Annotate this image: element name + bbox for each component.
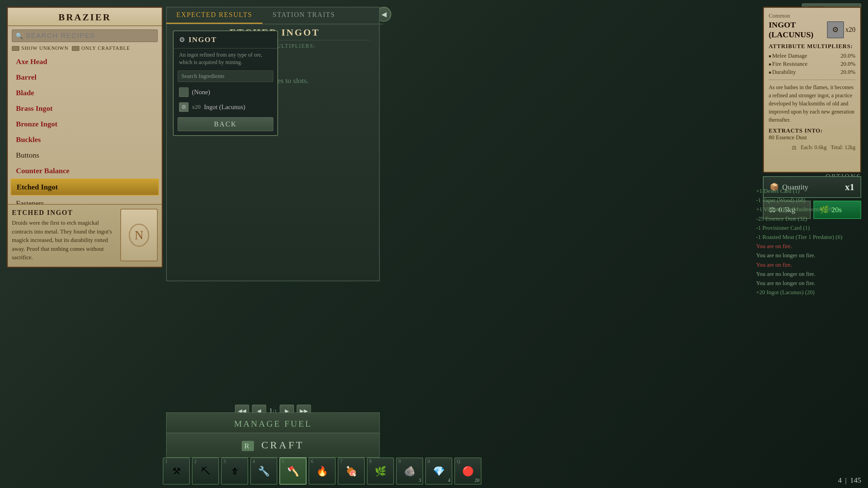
attr-value: 20.0%: [841, 53, 855, 59]
chat-log: +1 Desert Card (1)-1 Paper (Wood) (68)+1…: [756, 186, 861, 297]
attr-name: Fire Resistance: [769, 61, 808, 67]
hotbar-slot[interactable]: 4🔧: [250, 458, 277, 485]
toggle-row: SHOW UNKNOWN ONLY CRAFTABLE: [8, 45, 162, 54]
item-icon-count: ⚙ x20: [827, 21, 855, 38]
slot-count: 4: [448, 478, 450, 483]
hotbar: 1⚒2⛏3🗡4🔧5🪓6🔥7🍖8🌿9🪨30💎4Q🔴20: [163, 458, 481, 485]
hotbar-slot[interactable]: 6🔥: [309, 458, 336, 485]
none-icon: [179, 87, 189, 97]
slot-number: 2: [194, 459, 197, 464]
chat-line: +20 Ingot (Lacunus) (20): [756, 288, 861, 297]
craft-label: CRAFT: [261, 439, 304, 450]
recipe-item[interactable]: Axe Head: [11, 54, 159, 69]
slot-number: 3: [223, 459, 226, 464]
popup-title: INGOT: [189, 35, 217, 44]
recipe-item[interactable]: Counter Balance: [11, 163, 159, 179]
recipe-item[interactable]: Bronze Ingot: [11, 116, 159, 132]
hotbar-slot[interactable]: 3🗡: [221, 458, 248, 485]
desc-card: N: [120, 209, 158, 261]
manage-fuel-button[interactable]: MANAGE FUEL: [166, 412, 380, 435]
ingredient-popup: ⚙ INGOT An ingot refined from any type o…: [173, 30, 278, 136]
slot-number: 5: [282, 459, 284, 464]
ingot-icon: ⚙: [179, 36, 185, 44]
search-bar[interactable]: 🔍: [12, 29, 158, 42]
option-none[interactable]: (None): [174, 85, 277, 100]
option-none-label: (None): [192, 88, 210, 96]
chat-line: -1 Provisioner Card (1): [756, 223, 861, 232]
slot-count: 3: [419, 478, 421, 483]
slot-number: 4: [253, 459, 255, 464]
chat-line: You are no longer on fire.: [756, 279, 861, 288]
card-symbol: N: [129, 224, 149, 247]
hotbar-slot[interactable]: 7🍖: [338, 458, 365, 485]
attr-name: Melee Damage: [769, 53, 807, 59]
craft-key: R: [242, 441, 254, 451]
weight-each: Each: 0.6kg: [801, 144, 826, 151]
chat-line: +1 Vibrant Ink (Mushrooms) (20): [756, 205, 861, 214]
attr-row: Melee Damage20.0%: [769, 52, 855, 60]
show-unknown-checkbox[interactable]: [12, 46, 19, 51]
ingot-lacunus-icon: ⚙: [179, 102, 189, 112]
attribute-rows: Melee Damage20.0%Fire Resistance20.0%Dur…: [769, 52, 855, 76]
chat-line: -1 Paper (Wood) (68): [756, 196, 861, 205]
left-panel: BRAZIER 🔍 SHOW UNKNOWN ONLY CRAFTABLE Ax…: [7, 7, 163, 268]
popup-header: ⚙ INGOT: [174, 31, 277, 48]
search-icon: 🔍: [16, 32, 23, 40]
hotbar-slot[interactable]: 0💎4: [425, 458, 452, 485]
popup-description: An ingot refined from any type of ore, w…: [174, 48, 277, 70]
desc-text-area: ETCHED INGOT Druids were the first to et…: [12, 209, 116, 263]
slot-number: 8: [369, 459, 372, 464]
hotbar-slot[interactable]: Q🔴20: [454, 458, 481, 485]
ingot-lacunus-label: Ingot (Lacunus): [204, 103, 245, 111]
hotbar-slot[interactable]: 5🪓: [279, 458, 307, 485]
hotbar-slot[interactable]: 1⚒: [163, 458, 190, 485]
divider: [769, 80, 855, 80]
chat-line: +1 Desert Card (1): [756, 186, 861, 196]
attr-row: Fire Resistance20.0%: [769, 60, 855, 68]
hotbar-slot[interactable]: 8🌿: [367, 458, 394, 485]
slot-number: 7: [340, 459, 342, 464]
back-button[interactable]: BACK: [178, 117, 273, 131]
only-craftable-toggle[interactable]: ONLY CRAFTABLE: [72, 45, 130, 51]
slot-number: 6: [311, 459, 313, 464]
right-panel: Common INGOT (LACUNUS) ⚙ x20 ATTRIBUTE M…: [763, 7, 861, 173]
chat-line: You are no longer on fire.: [756, 251, 861, 260]
player-stats: 4 | 145: [838, 476, 861, 485]
hotbar-slot[interactable]: 9🪨3: [396, 458, 423, 485]
recipe-item[interactable]: Blade: [11, 85, 159, 101]
recipe-item[interactable]: Buckles: [11, 132, 159, 147]
recipe-item[interactable]: Barrel: [11, 69, 159, 85]
desc-body: Druids were the first to etch magickal c…: [12, 219, 116, 262]
only-craftable-checkbox[interactable]: [72, 46, 79, 51]
attr-value: 20.0%: [841, 69, 855, 76]
hp-current: 4: [838, 476, 842, 485]
slot-count: 20: [475, 478, 479, 483]
weight-row: ⚖ Each: 0.6kg Total: 12kg: [769, 144, 855, 151]
slot-number: 1: [165, 459, 167, 464]
attr-multipliers-title: ATTRIBUTE MULTIPLIERS:: [769, 43, 855, 50]
recipe-item[interactable]: Brass Ingot: [11, 101, 159, 116]
craft-button[interactable]: R CRAFT: [166, 433, 380, 458]
slot-number: 0: [428, 459, 430, 464]
slot-number: 9: [398, 459, 401, 464]
recipe-item[interactable]: Buttons: [11, 147, 159, 163]
option-ingot-lacunus[interactable]: ⚙ x20 Ingot (Lacunus): [174, 100, 277, 115]
show-unknown-toggle[interactable]: SHOW UNKNOWN: [12, 45, 68, 51]
extracts-title: EXTRACTS INTO:: [769, 127, 855, 134]
item-rarity: Common: [769, 13, 855, 19]
search-input[interactable]: [26, 32, 154, 40]
hp-separator: |: [845, 476, 847, 485]
chat-line: You are no longer on fire.: [756, 269, 861, 279]
show-unknown-label: SHOW UNKNOWN: [21, 45, 68, 51]
recipe-item[interactable]: Etched Ingot: [11, 179, 159, 196]
item-name-panel: INGOT (LACUNUS) ⚙ x20: [769, 20, 855, 40]
item-lore: As ore bathes in the flames, it becomes …: [769, 83, 855, 124]
hotbar-slot[interactable]: 2⛏: [192, 458, 219, 485]
attr-value: 20.0%: [841, 61, 855, 67]
chat-line: You are on fire.: [756, 242, 861, 251]
hp-max: 145: [850, 476, 861, 485]
chat-line: -1 Roasted Meat (Tier 1 Predator) (6): [756, 232, 861, 242]
recipe-list: Axe HeadBarrelBladeBrass IngotBronze Ing…: [8, 54, 162, 220]
weight-icon: ⚖: [792, 144, 796, 151]
ingredient-search[interactable]: Search Ingredients: [178, 70, 273, 82]
